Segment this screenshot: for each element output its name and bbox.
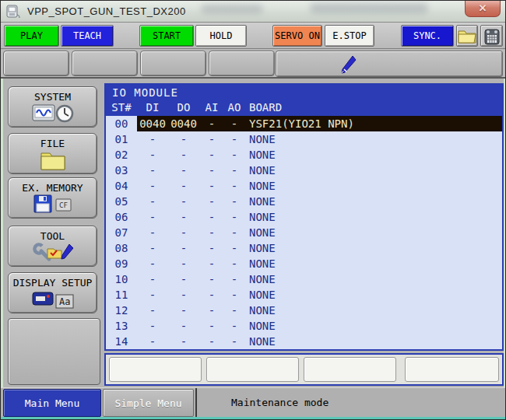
- io-cell-do: -: [168, 256, 199, 271]
- io-row-values: ----NONE: [137, 178, 502, 194]
- sidebar-item-label: SYSTEM: [9, 91, 97, 103]
- io-cell-do: -: [168, 225, 199, 240]
- sidebar-item-file[interactable]: FILE: [8, 133, 97, 174]
- start-button[interactable]: START: [139, 25, 194, 47]
- io-row[interactable]: 14----NONE: [106, 334, 502, 349]
- io-cell-st: 14: [106, 334, 137, 349]
- io-cell-board: NONE: [244, 256, 502, 271]
- pendant-icon: [6, 5, 22, 19]
- sync-button[interactable]: SYNC.: [401, 25, 454, 47]
- quick-access-toolbar: [1, 50, 505, 79]
- sidebar-item-system[interactable]: SYSTEM: [8, 86, 97, 128]
- io-cell-do: 0040: [168, 116, 199, 131]
- io-cell-st: 12: [106, 303, 137, 318]
- io-cell-do: -: [168, 163, 199, 178]
- io-cell-ao: -: [224, 318, 244, 334]
- io-cell-board: NONE: [244, 334, 502, 349]
- io-cell-ai: -: [199, 225, 224, 240]
- io-cell-ao: -: [224, 225, 244, 240]
- blank-shortcut-button-2[interactable]: [72, 51, 138, 76]
- window-title: VPP_SPOT_GUN_TEST_DX200: [27, 5, 186, 17]
- io-row[interactable]: 05----NONE: [106, 194, 502, 209]
- io-col-di: DI: [137, 100, 168, 115]
- io-row-values: ----NONE: [137, 147, 502, 163]
- sidebar-item-tool[interactable]: TOOL: [8, 226, 97, 267]
- io-row[interactable]: 01----NONE: [106, 131, 502, 147]
- window-bottom-strip: [1, 417, 505, 419]
- sidebar-item-display-setup[interactable]: DISPLAY SETUP Aa: [8, 272, 97, 313]
- io-cell-board: NONE: [244, 163, 502, 178]
- close-button[interactable]: ✕: [465, 1, 501, 17]
- io-cell-di: -: [137, 209, 168, 225]
- teach-button[interactable]: TEACH: [61, 25, 114, 47]
- folder-button[interactable]: [456, 25, 478, 47]
- io-row[interactable]: 02----NONE: [106, 147, 502, 163]
- simple-menu-button[interactable]: Simple Menu: [103, 389, 194, 417]
- io-cell-di: -: [137, 240, 168, 256]
- function-key-button-4[interactable]: [405, 357, 499, 382]
- io-cell-ai: -: [199, 334, 224, 349]
- io-row[interactable]: 11----NONE: [106, 287, 502, 303]
- io-row[interactable]: 13----NONE: [106, 318, 502, 334]
- io-row-values: ----NONE: [137, 209, 502, 225]
- io-cell-di: -: [137, 178, 168, 194]
- io-row[interactable]: 04----NONE: [106, 178, 502, 194]
- io-cell-di: -: [137, 318, 168, 334]
- function-key-panel: [104, 353, 504, 386]
- io-cell-ai: -: [199, 178, 224, 194]
- io-cell-di: -: [137, 303, 168, 318]
- io-cell-di: -: [137, 334, 168, 349]
- sidebar-item-label: FILE: [9, 138, 97, 149]
- blank-shortcut-button-4[interactable]: [209, 51, 275, 76]
- io-row[interactable]: 10----NONE: [106, 271, 502, 287]
- io-cell-board: NONE: [244, 271, 502, 287]
- io-row[interactable]: 12----NONE: [106, 303, 502, 318]
- function-key-button-3[interactable]: [304, 357, 396, 382]
- io-cell-st: 01: [106, 131, 137, 147]
- io-cell-ao: -: [224, 163, 244, 178]
- io-cell-di: -: [137, 271, 168, 287]
- io-row-values: ----NONE: [137, 163, 502, 178]
- io-cell-ao: -: [224, 240, 244, 256]
- keypad-icon: [483, 28, 501, 45]
- keypad-button[interactable]: [480, 25, 503, 47]
- io-cell-board: NONE: [244, 178, 502, 194]
- io-row[interactable]: 07----NONE: [106, 225, 502, 240]
- io-cell-di: -: [137, 256, 168, 271]
- io-cell-ao: -: [224, 334, 244, 349]
- function-key-button-2[interactable]: [206, 357, 299, 382]
- io-cell-board: NONE: [244, 194, 502, 209]
- io-cell-ai: -: [199, 303, 224, 318]
- io-row-values: ----NONE: [137, 287, 502, 303]
- io-col-ao: AO: [224, 100, 244, 115]
- play-button[interactable]: PLAY: [4, 25, 59, 47]
- io-cell-st: 11: [106, 287, 137, 303]
- blank-shortcut-button-3[interactable]: [140, 51, 206, 76]
- blank-shortcut-button-1[interactable]: [3, 51, 69, 76]
- io-row-values: ----NONE: [137, 334, 502, 349]
- io-cell-st: 04: [106, 178, 137, 194]
- io-cell-di: -: [137, 163, 168, 178]
- io-cell-ai: -: [199, 256, 224, 271]
- io-row-values: ----NONE: [137, 256, 502, 271]
- io-cell-do: -: [168, 271, 199, 287]
- hold-button[interactable]: HOLD: [195, 25, 247, 47]
- io-row[interactable]: 09----NONE: [106, 256, 502, 271]
- bottom-menu-bar: Main Menu Simple Menu Maintenance mode: [1, 387, 505, 417]
- monitor-wave-icon: [31, 103, 75, 124]
- servo-on-button[interactable]: SERVO ON: [272, 25, 322, 47]
- io-row[interactable]: 08----NONE: [106, 240, 502, 256]
- sidebar-item-ex-memory[interactable]: EX. MEMORY CF: [8, 177, 97, 219]
- function-key-button-1[interactable]: [109, 357, 202, 382]
- main-menu-button[interactable]: Main Menu: [3, 389, 101, 417]
- io-cell-di: -: [137, 131, 168, 147]
- io-row-values: ----NONE: [137, 225, 502, 240]
- io-cell-st: 07: [106, 225, 137, 240]
- io-row[interactable]: 0000400040--YSF21(YIO21 NPN): [106, 116, 502, 131]
- io-row[interactable]: 06----NONE: [106, 209, 502, 225]
- io-row[interactable]: 03----NONE: [106, 163, 502, 178]
- io-cell-ao: -: [224, 178, 244, 194]
- folder-check-icon: [47, 249, 61, 258]
- io-cell-do: -: [168, 303, 199, 318]
- estop-button[interactable]: E.STOP: [325, 25, 374, 47]
